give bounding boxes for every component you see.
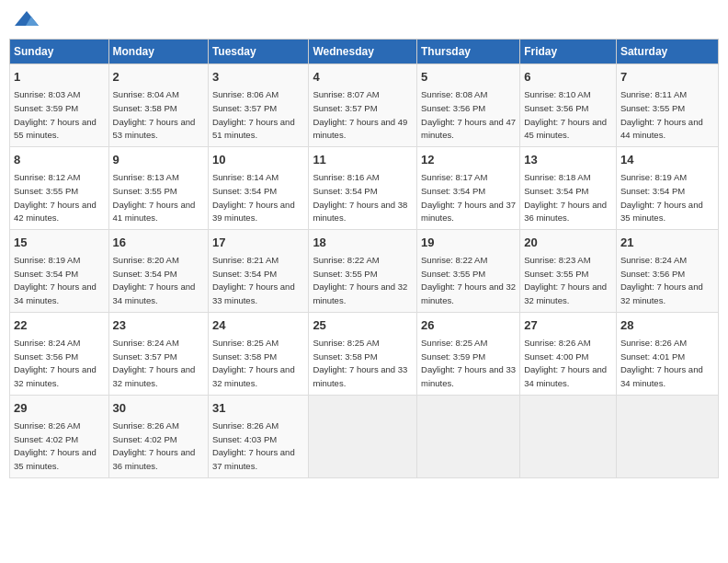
- calendar-cell: 1Sunrise: 8:03 AMSunset: 3:59 PMDaylight…: [10, 64, 109, 147]
- daylight-text: Daylight: 7 hours and 32 minutes.: [524, 282, 607, 305]
- sunrise-text: Sunrise: 8:26 AM: [620, 338, 687, 348]
- column-header-saturday: Saturday: [616, 40, 718, 64]
- calendar-week-row: 8Sunrise: 8:12 AMSunset: 3:55 PMDaylight…: [10, 146, 719, 229]
- calendar-header-row: SundayMondayTuesdayWednesdayThursdayFrid…: [10, 40, 719, 64]
- daylight-text: Daylight: 7 hours and 36 minutes.: [524, 200, 607, 224]
- logo: [13, 9, 44, 31]
- day-number: 27: [524, 317, 612, 334]
- sunrise-text: Sunrise: 8:13 AM: [113, 172, 179, 182]
- daylight-text: Daylight: 7 hours and 47 minutes.: [421, 117, 516, 141]
- daylight-text: Daylight: 7 hours and 55 minutes.: [14, 117, 97, 141]
- daylight-text: Daylight: 7 hours and 37 minutes.: [421, 200, 516, 224]
- sunset-text: Sunset: 3:59 PM: [421, 351, 485, 362]
- day-number: 5: [421, 69, 516, 86]
- calendar-cell: 9Sunrise: 8:13 AMSunset: 3:55 PMDaylight…: [108, 146, 208, 229]
- daylight-text: Daylight: 7 hours and 32 minutes.: [113, 364, 196, 388]
- daylight-text: Daylight: 7 hours and 32 minutes.: [313, 282, 407, 305]
- day-number: 23: [113, 317, 204, 334]
- daylight-text: Daylight: 7 hours and 53 minutes.: [113, 117, 196, 141]
- column-header-friday: Friday: [520, 40, 617, 64]
- daylight-text: Daylight: 7 hours and 37 minutes.: [212, 447, 295, 471]
- day-number: 21: [620, 235, 714, 251]
- daylight-text: Daylight: 7 hours and 39 minutes.: [212, 200, 295, 224]
- day-number: 19: [421, 235, 516, 251]
- daylight-text: Daylight: 7 hours and 35 minutes.: [620, 200, 703, 224]
- calendar-cell: 14Sunrise: 8:19 AMSunset: 3:54 PMDayligh…: [616, 146, 718, 229]
- day-number: 29: [14, 400, 105, 417]
- day-number: 14: [620, 152, 714, 168]
- daylight-text: Daylight: 7 hours and 33 minutes.: [212, 282, 295, 305]
- column-header-thursday: Thursday: [417, 40, 520, 64]
- daylight-text: Daylight: 7 hours and 51 minutes.: [212, 117, 295, 141]
- sunrise-text: Sunrise: 8:17 AM: [421, 172, 487, 182]
- calendar-cell: 6Sunrise: 8:10 AMSunset: 3:56 PMDaylight…: [520, 64, 617, 147]
- calendar-cell: 16Sunrise: 8:20 AMSunset: 3:54 PMDayligh…: [108, 229, 208, 312]
- sunset-text: Sunset: 3:58 PM: [313, 351, 377, 362]
- sunrise-text: Sunrise: 8:22 AM: [421, 255, 487, 265]
- sunrise-text: Sunrise: 8:19 AM: [620, 172, 687, 182]
- day-number: 31: [212, 400, 304, 417]
- day-number: 10: [212, 152, 304, 168]
- calendar-cell: 22Sunrise: 8:24 AMSunset: 3:56 PMDayligh…: [10, 312, 109, 395]
- column-header-tuesday: Tuesday: [208, 40, 308, 64]
- calendar-cell: 31Sunrise: 8:26 AMSunset: 4:03 PMDayligh…: [208, 395, 308, 477]
- sunset-text: Sunset: 4:01 PM: [620, 351, 685, 362]
- sunset-text: Sunset: 3:56 PM: [524, 103, 588, 113]
- sunrise-text: Sunrise: 8:14 AM: [212, 172, 279, 182]
- daylight-text: Daylight: 7 hours and 36 minutes.: [113, 447, 196, 471]
- sunset-text: Sunset: 3:55 PM: [113, 186, 177, 196]
- sunset-text: Sunset: 3:57 PM: [313, 103, 377, 113]
- sunrise-text: Sunrise: 8:24 AM: [14, 338, 80, 348]
- sunrise-text: Sunrise: 8:21 AM: [212, 255, 279, 265]
- calendar-cell: 5Sunrise: 8:08 AMSunset: 3:56 PMDaylight…: [417, 64, 520, 147]
- daylight-text: Daylight: 7 hours and 33 minutes.: [421, 364, 516, 388]
- sunset-text: Sunset: 3:54 PM: [524, 186, 588, 196]
- calendar-cell: 21Sunrise: 8:24 AMSunset: 3:56 PMDayligh…: [616, 229, 718, 312]
- sunrise-text: Sunrise: 8:26 AM: [524, 338, 590, 348]
- sunrise-text: Sunrise: 8:04 AM: [113, 89, 179, 99]
- calendar-cell: [417, 395, 520, 477]
- calendar-cell: 11Sunrise: 8:16 AMSunset: 3:54 PMDayligh…: [309, 146, 417, 229]
- daylight-text: Daylight: 7 hours and 41 minutes.: [113, 200, 196, 224]
- sunset-text: Sunset: 3:55 PM: [620, 103, 685, 113]
- calendar-cell: [616, 395, 718, 477]
- daylight-text: Daylight: 7 hours and 32 minutes.: [212, 364, 295, 388]
- calendar-cell: 26Sunrise: 8:25 AMSunset: 3:59 PMDayligh…: [417, 312, 520, 395]
- calendar-cell: 20Sunrise: 8:23 AMSunset: 3:55 PMDayligh…: [520, 229, 617, 312]
- sunrise-text: Sunrise: 8:16 AM: [313, 172, 379, 182]
- day-number: 22: [14, 317, 105, 334]
- sunrise-text: Sunrise: 8:23 AM: [524, 255, 590, 265]
- daylight-text: Daylight: 7 hours and 32 minutes.: [14, 364, 97, 388]
- calendar-table: SundayMondayTuesdayWednesdayThursdayFrid…: [9, 39, 719, 478]
- day-number: 30: [113, 400, 204, 417]
- sunrise-text: Sunrise: 8:03 AM: [14, 89, 80, 99]
- sunset-text: Sunset: 3:54 PM: [421, 186, 485, 196]
- sunset-text: Sunset: 3:58 PM: [212, 351, 277, 362]
- logo-icon: [13, 9, 40, 31]
- daylight-text: Daylight: 7 hours and 34 minutes.: [620, 364, 703, 388]
- sunrise-text: Sunrise: 8:25 AM: [313, 338, 379, 348]
- sunset-text: Sunset: 3:54 PM: [212, 269, 277, 279]
- sunrise-text: Sunrise: 8:20 AM: [113, 255, 179, 265]
- column-header-sunday: Sunday: [10, 40, 109, 64]
- calendar-cell: 27Sunrise: 8:26 AMSunset: 4:00 PMDayligh…: [520, 312, 617, 395]
- sunrise-text: Sunrise: 8:26 AM: [113, 420, 179, 431]
- daylight-text: Daylight: 7 hours and 34 minutes.: [113, 282, 196, 305]
- sunset-text: Sunset: 3:55 PM: [14, 186, 78, 196]
- daylight-text: Daylight: 7 hours and 49 minutes.: [313, 117, 407, 141]
- calendar-cell: 28Sunrise: 8:26 AMSunset: 4:01 PMDayligh…: [616, 312, 718, 395]
- calendar-cell: 8Sunrise: 8:12 AMSunset: 3:55 PMDaylight…: [10, 146, 109, 229]
- day-number: 13: [524, 152, 612, 168]
- daylight-text: Daylight: 7 hours and 42 minutes.: [14, 200, 97, 224]
- sunset-text: Sunset: 4:00 PM: [524, 351, 588, 362]
- day-number: 2: [113, 69, 204, 86]
- column-header-wednesday: Wednesday: [309, 40, 417, 64]
- calendar-cell: 4Sunrise: 8:07 AMSunset: 3:57 PMDaylight…: [309, 64, 417, 147]
- calendar-body: 1Sunrise: 8:03 AMSunset: 3:59 PMDaylight…: [10, 64, 719, 478]
- sunset-text: Sunset: 3:56 PM: [620, 269, 685, 279]
- day-number: 8: [14, 152, 105, 168]
- day-number: 9: [113, 152, 204, 168]
- calendar-week-row: 29Sunrise: 8:26 AMSunset: 4:02 PMDayligh…: [10, 395, 719, 477]
- sunrise-text: Sunrise: 8:08 AM: [421, 89, 487, 99]
- calendar-week-row: 1Sunrise: 8:03 AMSunset: 3:59 PMDaylight…: [10, 64, 719, 147]
